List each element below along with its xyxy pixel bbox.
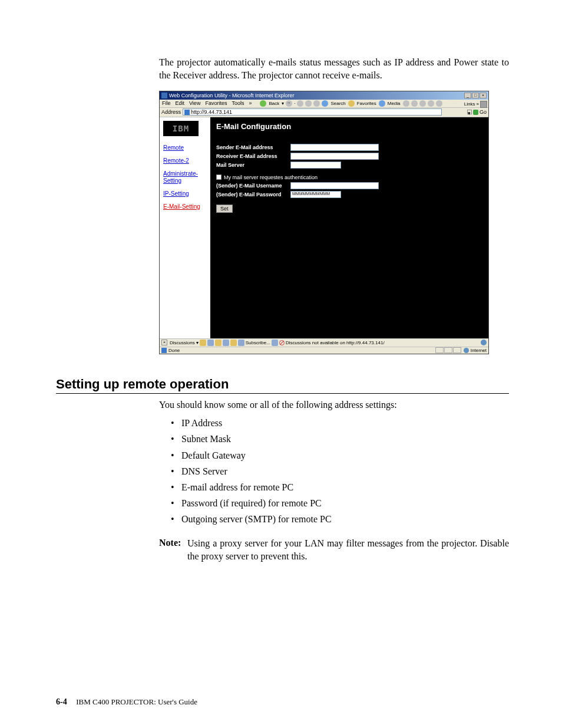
links-label[interactable]: Links	[464, 101, 475, 107]
back-dropdown-icon[interactable]: ▾	[282, 101, 284, 106]
discussions-icon-3[interactable]	[215, 340, 222, 346]
menu-tools[interactable]: Tools	[232, 100, 244, 106]
discuss-icon[interactable]	[436, 100, 442, 107]
address-input[interactable]: http://9.44.73.141	[183, 108, 442, 116]
sidebar: IBM Remote Remote-2 Administrate-Setting…	[160, 117, 210, 338]
mail-server-label: Mail Server	[216, 162, 290, 168]
discussions-label[interactable]: Discussions	[170, 340, 195, 345]
auth-checkbox[interactable]	[216, 174, 222, 180]
list-item: Outgoing server (SMTP) for remote PC	[171, 511, 509, 527]
nav-remote2[interactable]: Remote-2	[163, 157, 207, 164]
nav-admin-setting[interactable]: Administrate-Setting	[163, 170, 207, 185]
list-item: Password (if required) for remote PC	[171, 495, 509, 511]
discussions-icon-4[interactable]	[223, 340, 229, 346]
manual-title: IBM C400 PROJECTOR: User's Guide	[76, 697, 197, 706]
go-label[interactable]: Go	[480, 109, 487, 115]
search-icon[interactable]	[322, 100, 328, 107]
sender-address-input[interactable]	[290, 144, 379, 151]
discussions-dropdown-icon[interactable]: ▾	[196, 340, 199, 345]
ibm-logo: IBM	[163, 121, 199, 136]
menu-more[interactable]: »	[249, 100, 252, 106]
maximize-button[interactable]: □	[472, 93, 479, 98]
discussions-bar: × Discussions ▾ Subscribe... Discussions…	[160, 338, 488, 347]
mail-icon[interactable]	[411, 100, 418, 107]
go-icon[interactable]	[473, 110, 478, 115]
note-label: Note:	[159, 536, 185, 549]
address-bar: Address http://9.44.73.141 ▾ Go	[160, 108, 488, 117]
menu-edit[interactable]: Edit	[176, 100, 185, 106]
subscribe-link[interactable]: Subscribe...	[246, 340, 270, 345]
discussions-icon-7[interactable]	[272, 340, 278, 346]
discussions-icon-5[interactable]	[230, 340, 237, 346]
discussions-not-available: Discussions not available on http://9.44…	[286, 340, 385, 345]
discussions-icon-6[interactable]	[238, 340, 244, 346]
favorites-label[interactable]: Favorites	[357, 101, 376, 106]
links-bar: Links »	[464, 101, 487, 108]
statusbar: Done Internet	[160, 347, 488, 354]
mail-server-input[interactable]	[290, 162, 341, 169]
receiver-address-input[interactable]	[290, 153, 379, 160]
receiver-address-label: Receiver E-Mail address	[216, 153, 290, 159]
nav-remote[interactable]: Remote	[163, 144, 207, 151]
page-number: 6-4	[56, 697, 67, 706]
discussions-icon-1[interactable]	[200, 340, 206, 346]
list-item: Subnet Mask	[171, 431, 509, 447]
search-label[interactable]: Search	[330, 101, 345, 106]
not-available-icon	[279, 340, 285, 345]
section-heading: Setting up remote operation	[56, 377, 509, 394]
nav-email-setting[interactable]: E-Mail-Setting	[163, 203, 207, 210]
window-titlebar: Web Configuration Utility - Microsoft In…	[160, 91, 488, 100]
sender-password-label: (Sender) E-Mail Password	[216, 192, 290, 197]
address-dropdown-icon[interactable]: ▾	[467, 110, 472, 114]
home-icon[interactable]	[313, 100, 320, 107]
minimize-button[interactable]: _	[464, 93, 471, 98]
menu-file[interactable]: File	[162, 100, 171, 106]
auth-checkbox-label: My mail server requestes authentication	[224, 174, 318, 180]
media-icon[interactable]	[379, 100, 385, 107]
section-intro: You should know some or all of the follo…	[159, 398, 509, 411]
status-done: Done	[168, 348, 180, 353]
close-button[interactable]: ×	[480, 93, 487, 98]
discussions-icon-2[interactable]	[207, 340, 214, 346]
forward-icon[interactable]: →	[286, 100, 292, 107]
toolbar-sep: ·	[294, 101, 295, 106]
links-more[interactable]: »	[477, 101, 479, 107]
email-config-panel: E-Mail Configuration Sender E-Mail addre…	[210, 117, 488, 338]
address-label: Address	[161, 109, 181, 115]
status-box-1	[435, 347, 444, 353]
status-zone: Internet	[471, 348, 487, 353]
done-icon	[161, 348, 167, 353]
history-icon[interactable]	[403, 100, 409, 107]
print-icon[interactable]	[419, 100, 426, 107]
set-button[interactable]: Set	[216, 205, 233, 213]
address-value: http://9.44.73.141	[191, 109, 232, 115]
list-item: Default Gateway	[171, 447, 509, 463]
favorites-icon[interactable]	[348, 100, 355, 107]
window-title-text: Web Configuration Utility - Microsoft In…	[169, 93, 294, 98]
nav-ip-setting[interactable]: IP-Setting	[163, 190, 207, 197]
status-box-2	[444, 347, 452, 353]
note-text: Using a proxy server for your LAN may fi…	[187, 537, 509, 564]
stop-icon[interactable]	[297, 100, 303, 107]
address-settings-list: IP Address Subnet Mask Default Gateway D…	[171, 415, 509, 527]
sender-address-label: Sender E-Mail address	[216, 144, 290, 150]
edit-icon[interactable]	[428, 100, 434, 107]
list-item: DNS Server	[171, 463, 509, 479]
menu-view[interactable]: View	[189, 100, 200, 106]
refresh-icon[interactable]	[305, 100, 312, 107]
panel-title: E-Mail Configuration	[216, 122, 482, 131]
menu-favorites[interactable]: Favorites	[205, 100, 227, 106]
back-icon[interactable]	[260, 100, 266, 107]
page-footer: 6-4 IBM C400 PROJECTOR: User's Guide	[56, 697, 197, 707]
internet-zone-icon	[464, 348, 469, 353]
ie-icon	[161, 93, 167, 98]
embedded-screenshot: Web Configuration Utility - Microsoft In…	[159, 91, 489, 354]
toolbar: Back ▾ → · Search Favorites Media	[260, 100, 442, 107]
list-item: E-mail address for remote PC	[171, 479, 509, 495]
media-label[interactable]: Media	[388, 101, 401, 106]
back-label[interactable]: Back	[269, 101, 279, 106]
links-button-icon[interactable]	[480, 101, 487, 108]
sender-password-input[interactable]: MMMMMMMMMMM	[290, 191, 341, 198]
discussions-close-icon[interactable]: ×	[161, 340, 167, 345]
sender-username-input[interactable]	[290, 182, 379, 189]
